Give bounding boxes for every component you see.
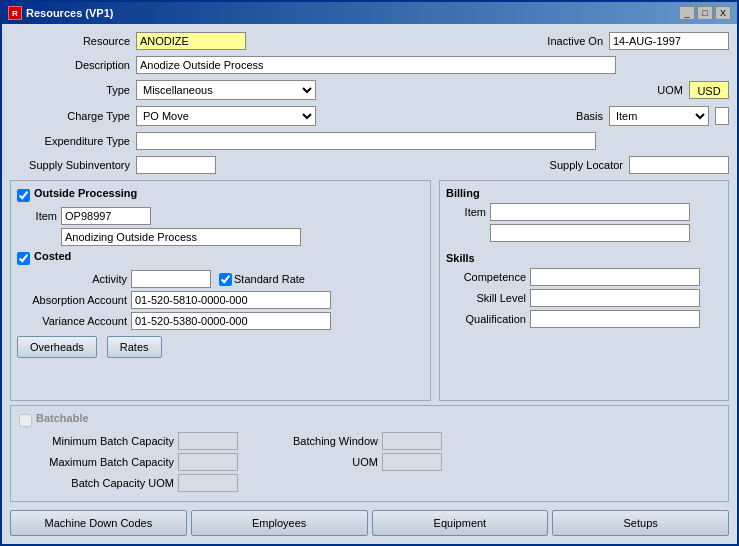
title-bar: R Resources (VP1) _ □ X (2, 2, 737, 24)
activity-row: Activity Standard Rate (17, 270, 424, 288)
activity-input[interactable] (131, 270, 211, 288)
batch-capacity-uom-row: Batch Capacity UOM (19, 474, 238, 492)
basis-label: Basis (576, 110, 603, 122)
main-window: R Resources (VP1) _ □ X Resource Inactiv… (0, 0, 739, 546)
batch-capacity-uom-input[interactable] (178, 474, 238, 492)
title-buttons: _ □ X (679, 6, 731, 20)
outside-processing-checkbox[interactable] (17, 189, 30, 202)
supply-locator-label: Supply Locator (550, 159, 623, 171)
op-item-label: Item (17, 210, 57, 222)
min-batch-label: Minimum Batch Capacity (19, 435, 174, 447)
equipment-button[interactable]: Equipment (372, 510, 549, 536)
batchable-fields: Minimum Batch Capacity Maximum Batch Cap… (19, 432, 720, 495)
billing-item-desc-row (446, 224, 722, 242)
content-area: Resource Inactive On Description Type Mi… (2, 24, 737, 544)
basis-select[interactable]: Item (609, 106, 709, 126)
batchable-uom-input[interactable] (382, 453, 442, 471)
type-label: Type (10, 84, 130, 96)
batchable-section: Batchable Minimum Batch Capacity Maximum… (10, 405, 729, 502)
resource-input[interactable] (136, 32, 246, 50)
uom-value: USD (689, 81, 729, 99)
charge-type-label: Charge Type (10, 110, 130, 122)
overheads-button[interactable]: Overheads (17, 336, 97, 358)
resource-label: Resource (10, 35, 130, 47)
maximize-button[interactable]: □ (697, 6, 713, 20)
costed-buttons-row: Overheads Rates (17, 336, 424, 358)
setups-button[interactable]: Setups (552, 510, 729, 536)
billing-item-input[interactable] (490, 203, 690, 221)
machine-down-codes-button[interactable]: Machine Down Codes (10, 510, 187, 536)
batchable-right: Batching Window UOM (268, 432, 442, 495)
max-batch-input[interactable] (178, 453, 238, 471)
window-icon: R (8, 6, 22, 20)
outside-processing-label: Outside Processing (34, 187, 137, 199)
minimize-button[interactable]: _ (679, 6, 695, 20)
uom-label: UOM (657, 84, 683, 96)
absorption-account-label: Absorption Account (17, 294, 127, 306)
op-item-input[interactable] (61, 207, 151, 225)
billing-item-desc-input[interactable] (490, 224, 690, 242)
skills-label: Skills (446, 252, 722, 264)
op-item-desc-input[interactable] (61, 228, 301, 246)
billing-item-row: Item (446, 203, 722, 221)
type-select[interactable]: Miscellaneous (136, 80, 316, 100)
max-batch-row: Maximum Batch Capacity (19, 453, 238, 471)
inactive-on-label: Inactive On (547, 35, 603, 47)
skill-level-input[interactable] (530, 289, 700, 307)
batchable-label: Batchable (36, 412, 89, 424)
costed-label: Costed (34, 250, 71, 262)
rates-button[interactable]: Rates (107, 336, 162, 358)
competence-input[interactable] (530, 268, 700, 286)
close-button[interactable]: X (715, 6, 731, 20)
type-row: Type Miscellaneous UOM USD (10, 80, 729, 100)
employees-button[interactable]: Employees (191, 510, 368, 536)
batchable-left: Minimum Batch Capacity Maximum Batch Cap… (19, 432, 238, 495)
activity-label: Activity (17, 273, 127, 285)
standard-rate-label: Standard Rate (234, 273, 305, 285)
costed-checkbox[interactable] (17, 252, 30, 265)
charge-type-row: Charge Type PO Move Basis Item (10, 106, 729, 126)
description-label: Description (10, 59, 130, 71)
variance-account-label: Variance Account (17, 315, 127, 327)
competence-label: Competence (446, 271, 526, 283)
competence-row: Competence (446, 268, 722, 286)
left-section: Outside Processing Item Costed Ac (10, 180, 431, 401)
basis-bracket[interactable] (715, 107, 729, 125)
description-input[interactable] (136, 56, 616, 74)
right-section: Billing Item Skills Competence Skill Lev… (439, 180, 729, 401)
max-batch-label: Maximum Batch Capacity (19, 456, 174, 468)
main-sections: Outside Processing Item Costed Ac (10, 180, 729, 401)
batchable-checkbox-row: Batchable (19, 412, 720, 428)
expenditure-type-label: Expenditure Type (10, 135, 130, 147)
billing-item-label: Item (446, 206, 486, 218)
variance-account-row: Variance Account (17, 312, 424, 330)
variance-account-input[interactable] (131, 312, 331, 330)
min-batch-row: Minimum Batch Capacity (19, 432, 238, 450)
inactive-on-input[interactable] (609, 32, 729, 50)
batching-window-row: Batching Window (268, 432, 442, 450)
supply-subinventory-input[interactable] (136, 156, 216, 174)
title-bar-left: R Resources (VP1) (8, 6, 113, 20)
qualification-input[interactable] (530, 310, 700, 328)
standard-rate-checkbox[interactable] (219, 273, 232, 286)
qualification-row: Qualification (446, 310, 722, 328)
batchable-checkbox[interactable] (19, 414, 32, 427)
batchable-uom-label: UOM (268, 456, 378, 468)
resource-row: Resource Inactive On (10, 32, 729, 50)
batch-capacity-uom-label: Batch Capacity UOM (19, 477, 174, 489)
supply-subinventory-label: Supply Subinventory (10, 159, 130, 171)
absorption-account-input[interactable] (131, 291, 331, 309)
charge-type-select[interactable]: PO Move (136, 106, 316, 126)
min-batch-input[interactable] (178, 432, 238, 450)
skill-level-label: Skill Level (446, 292, 526, 304)
outside-processing-section: Outside Processing (17, 187, 424, 203)
op-item-desc-row (17, 228, 424, 246)
supply-locator-input[interactable] (629, 156, 729, 174)
description-row: Description (10, 56, 729, 74)
costed-section: Costed (17, 250, 424, 266)
window-title: Resources (VP1) (26, 7, 113, 19)
batching-window-input[interactable] (382, 432, 442, 450)
op-item-row: Item (17, 207, 424, 225)
qualification-label: Qualification (446, 313, 526, 325)
expenditure-type-input[interactable] (136, 132, 596, 150)
